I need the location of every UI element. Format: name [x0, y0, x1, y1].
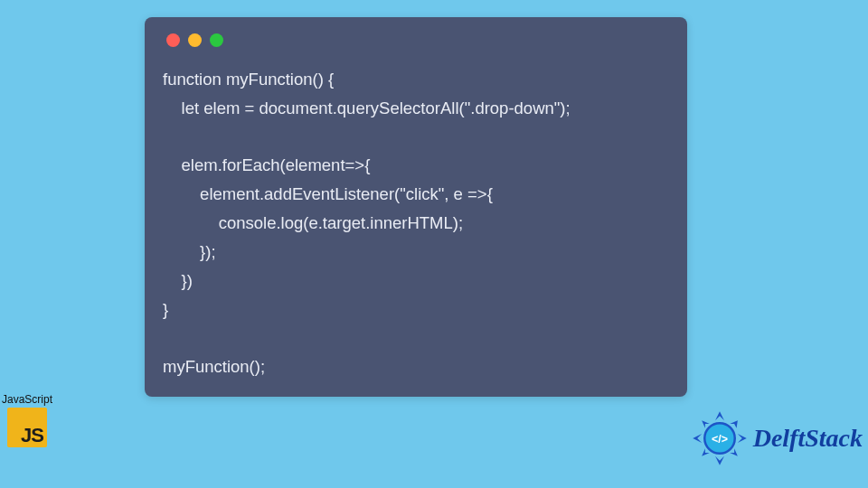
- maximize-icon[interactable]: [210, 33, 223, 47]
- code-window: function myFunction() { let elem = docum…: [145, 17, 687, 397]
- code-block: function myFunction() { let elem = docum…: [163, 65, 669, 381]
- javascript-label: JavaScript: [0, 393, 54, 406]
- svg-text:</>: </>: [712, 433, 728, 446]
- code-line: }: [163, 300, 168, 319]
- code-line: element.addEventListener("click", e =>{: [163, 184, 493, 203]
- code-line: elem.forEach(element=>{: [163, 155, 370, 174]
- close-icon[interactable]: [166, 33, 180, 47]
- window-dots: [163, 33, 669, 47]
- brand-name: DelftStack: [753, 424, 863, 453]
- svg-marker-2: [715, 456, 724, 465]
- svg-marker-0: [715, 411, 724, 420]
- brand: </> DelftStack: [692, 410, 863, 466]
- minimize-icon[interactable]: [188, 33, 202, 47]
- code-line: myFunction();: [163, 357, 265, 376]
- svg-marker-1: [738, 434, 747, 443]
- code-line: }): [163, 271, 193, 290]
- code-line: function myFunction() {: [163, 70, 334, 89]
- javascript-icon-text: JS: [21, 424, 43, 447]
- javascript-icon: JS: [7, 408, 47, 447]
- code-line: let elem = document.querySelectorAll(".d…: [163, 99, 571, 117]
- code-line: console.log(e.target.innerHTML);: [163, 213, 463, 232]
- svg-marker-3: [693, 434, 702, 443]
- javascript-badge: JavaScript JS: [0, 393, 54, 447]
- brand-logo-icon: </>: [692, 410, 748, 466]
- code-line: });: [163, 242, 216, 261]
